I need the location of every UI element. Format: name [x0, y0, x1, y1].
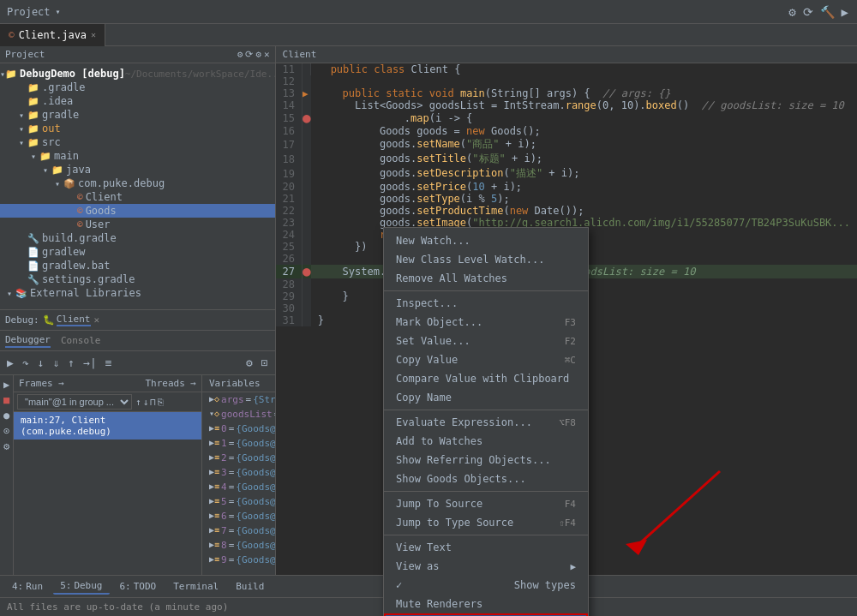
sync-icon[interactable]: ⟳ — [801, 3, 815, 21]
bottom-tab-build[interactable]: Build — [229, 579, 271, 594]
debug-client-tab[interactable]: Client — [57, 314, 91, 326]
tree-item-idea[interactable]: 📁 .idea — [0, 94, 275, 108]
menu-item-inspect[interactable]: Inspect... — [384, 294, 588, 313]
up-icon[interactable]: ↑ — [135, 397, 141, 408]
tree-item-java[interactable]: ▾ 📁 java — [0, 163, 275, 176]
var-name-8: 8 — [221, 540, 227, 551]
menu-item-add-watches[interactable]: Add to Watches — [384, 432, 588, 451]
menu-item-show-referring[interactable]: Show Referring Objects... — [384, 451, 588, 469]
tree-item-gradle-hidden[interactable]: 📁 .gradle — [0, 81, 275, 94]
menu-item-view-as[interactable]: View as ▶ — [384, 557, 588, 576]
filter-icon[interactable]: ⊓ — [150, 397, 156, 408]
var-item-goodslist[interactable]: ▾ ◇ goodsList = {Arr... — [202, 407, 275, 422]
menu-item-view-text[interactable]: View Text — [384, 538, 588, 557]
build-icon[interactable]: 🔨 — [818, 3, 836, 21]
console-tab[interactable]: Console — [61, 335, 100, 346]
var-item-3[interactable]: ▶ ≡ 3 = {Goods@... — [202, 465, 275, 480]
menu-item-jump-type-source[interactable]: Jump to Type Source ⇧F4 — [384, 513, 588, 532]
menu-item-remove-all[interactable]: Remove All Watches — [384, 269, 588, 288]
separator-3 — [384, 491, 588, 492]
var-name-6: 6 — [221, 511, 227, 522]
down-icon[interactable]: ↓ — [143, 397, 149, 408]
sync-project-icon[interactable]: ⟳ — [245, 49, 253, 60]
resume-icon[interactable]: ▶ — [3, 355, 17, 371]
tree-item-settings[interactable]: 🔧 settings.gradle — [0, 272, 275, 286]
menu-item-mark-object[interactable]: Mark Object... F3 — [384, 313, 588, 332]
menu-item-copy-name[interactable]: Copy Name — [384, 388, 588, 407]
menu-item-new-class-watch[interactable]: New Class Level Watch... — [384, 250, 588, 269]
bottom-tab-debug[interactable]: 5: Debug — [53, 578, 109, 595]
bottom-tab-terminal[interactable]: Terminal — [166, 579, 225, 594]
mute-icon[interactable]: ● — [3, 410, 9, 422]
evaluate-icon[interactable]: ≡ — [102, 355, 116, 371]
app-window: Project ▾ ⚙ ⟳ 🔨 ▶ © Client.java ✕ Projec… — [0, 0, 857, 616]
step-out-icon[interactable]: ↑ — [64, 355, 78, 371]
tree-label-out: out — [42, 123, 61, 135]
menu-item-new-watch[interactable]: New Watch... — [384, 231, 588, 250]
menu-item-mute-renderers[interactable]: Mute Renderers — [384, 595, 588, 613]
gutter-29 — [303, 290, 311, 302]
tree-item-client[interactable]: © Client — [0, 190, 275, 204]
settings2-icon[interactable]: ⚙ — [3, 440, 9, 452]
var-item-2[interactable]: ▶ ≡ 2 = {Goods@... — [202, 451, 275, 465]
gutter-21 — [303, 193, 311, 205]
tree-item-gradlew[interactable]: 📄 gradlew — [0, 245, 275, 259]
menu-item-set-value[interactable]: Set Value... F2 — [384, 332, 588, 350]
project-dropdown-arrow[interactable]: ▾ — [56, 7, 61, 16]
gutter-19 — [303, 166, 311, 181]
step-over-icon[interactable]: ↷ — [19, 355, 33, 371]
settings-icon[interactable]: ⚙ — [787, 3, 797, 21]
menu-item-jump-source[interactable]: Jump To Source F4 — [384, 494, 588, 513]
run-icon[interactable]: ▶ — [840, 3, 850, 21]
tree-item-ext-libs[interactable]: ▾ 📚 External Libraries — [0, 286, 275, 300]
tree-label-bat: gradlew.bat — [42, 260, 110, 272]
tab-close-icon[interactable]: ✕ — [91, 30, 96, 39]
tree-item-build-gradle[interactable]: 🔧 build.gradle — [0, 231, 275, 245]
var-item-0[interactable]: ▶ ≡ 0 = {Goods@... — [202, 422, 275, 436]
restore-icon[interactable]: ⊡ — [258, 355, 272, 371]
force-step-icon[interactable]: ⇓ — [49, 355, 63, 371]
gear-icon[interactable]: ⚙ — [237, 49, 243, 60]
tree-item-main[interactable]: ▾ 📁 main — [0, 149, 275, 163]
tree-item-user[interactable]: © User — [0, 218, 275, 231]
var-item-9[interactable]: ▶ ≡ 9 = {Goods@... — [202, 553, 275, 567]
run-cursor-icon[interactable]: →| — [80, 355, 100, 371]
debugger-tab[interactable]: Debugger — [5, 334, 51, 348]
bottom-tab-run[interactable]: 4: Run — [5, 579, 50, 594]
var-item-args[interactable]: ▶ ◇ args = {String[0... — [202, 392, 275, 407]
tree-item-package[interactable]: ▾ 📦 com.puke.debug — [0, 176, 275, 190]
menu-item-show-goods[interactable]: Show Goods Objects... — [384, 469, 588, 488]
menu-item-copy-value[interactable]: Copy Value ⌘C — [384, 350, 588, 369]
var-item-6[interactable]: ▶ ≡ 6 = {Goods@... — [202, 509, 275, 523]
tree-item-debugdemo[interactable]: ▾ 📁 DebugDemo [debug] ~/Documents/workSp… — [0, 67, 275, 81]
frame-item-main[interactable]: main:27, Client (com.puke.debug) — [14, 412, 201, 440]
menu-item-show-types[interactable]: ✓ Show types — [384, 576, 588, 595]
var-item-7[interactable]: ▶ ≡ 7 = {Goods@... — [202, 523, 275, 538]
menu-item-compare-clipboard[interactable]: Compare Value with Clipboard — [384, 369, 588, 388]
tree-item-out[interactable]: ▾ 📁 out — [0, 122, 275, 135]
tree-item-goods[interactable]: © Goods — [0, 204, 275, 218]
resume-side-icon[interactable]: ▶ — [3, 379, 9, 391]
menu-item-evaluate[interactable]: Evaluate Expression... ⌥F8 — [384, 413, 588, 432]
stop-icon[interactable]: ■ — [3, 394, 9, 406]
line-num-13: 13 — [276, 87, 303, 99]
debug-close-icon[interactable]: ✕ — [94, 314, 100, 326]
frame-thread-select[interactable]: "main"@1 in group ... — [17, 394, 132, 410]
var-item-1[interactable]: ▶ ≡ 1 = {Goods@... — [202, 436, 275, 451]
tab-client-java[interactable]: © Client.java ✕ — [0, 24, 105, 46]
step-into-icon[interactable]: ↓ — [34, 355, 48, 371]
close-panel-icon[interactable]: ✕ — [264, 49, 270, 60]
tree-item-gradle[interactable]: ▾ 📁 gradle — [0, 108, 275, 122]
settings-debug-icon[interactable]: ⚙ — [243, 355, 256, 371]
var-item-8[interactable]: ▶ ≡ 8 = {Goods@... — [202, 538, 275, 553]
var-item-4[interactable]: ▶ ≡ 4 = {Goods@... — [202, 480, 275, 494]
bottom-tab-todo[interactable]: 6: TODO — [113, 579, 164, 594]
var-item-5[interactable]: ▶ ≡ 5 = {Goods@... — [202, 494, 275, 509]
gear2-icon[interactable]: ⚙ — [255, 49, 261, 60]
frames-label: Frames → — [19, 378, 64, 389]
view-breakpoints-icon[interactable]: ⊙ — [3, 425, 9, 437]
tree-item-gradlew-bat[interactable]: 📄 gradlew.bat — [0, 259, 275, 272]
tree-item-src[interactable]: ▾ 📁 src — [0, 135, 275, 149]
copy-frames-icon[interactable]: ⎘ — [158, 397, 164, 408]
inspect-label: Inspect... — [396, 297, 458, 309]
